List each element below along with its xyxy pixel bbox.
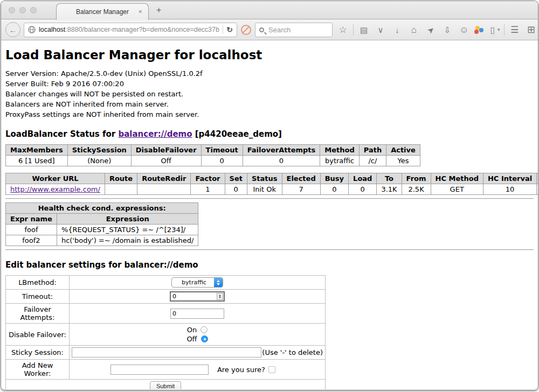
column-header: HC Interval [483,173,536,184]
device-menu[interactable]: ▯ ▾ [489,26,500,34]
home-icon[interactable]: ⌂ [407,25,420,34]
lbmethod-label: LBmethod: [6,276,70,290]
server-version-line: Server Version: Apache/2.5.0-dev (Unix) … [5,68,534,79]
tab-groups-icon[interactable]: ⊞ [525,25,538,34]
lbmethod-row: LBmethod: bytraffic [6,276,326,290]
table-cell: Yes [386,156,420,166]
downloads-icon[interactable]: ↓ [391,26,404,34]
failover-attempts-input[interactable] [170,309,224,319]
search-bar[interactable] [255,23,333,37]
column-header: StickySession [67,145,131,156]
column-header: MaxMembers [6,145,68,156]
content-blocked-icon[interactable] [241,25,251,35]
sticky-session-label: Sticky Session: [6,346,70,360]
divider [5,198,534,199]
table-cell: 0 [201,156,243,166]
table-cell [137,184,191,195]
worker-url-link[interactable]: http://www.example.com/ [10,185,100,193]
feedback-smiley-icon[interactable]: ☺ [458,25,471,34]
url-text: localhost:8880/balancer-manager?b=demo&n… [39,26,219,33]
divider [5,249,534,250]
globe-icon [28,26,36,33]
table-cell: GET [431,184,483,195]
server-built-line: Server Built: Feb 9 2016 07:00:20 [5,79,534,89]
toolbar-separator [504,24,505,36]
lbmethod-select[interactable]: bytraffic [171,277,223,288]
status-heading-prefix: LoadBalancer Status for [5,129,118,139]
table-cell: 0 [225,184,247,195]
table-cell: http://www.example.com/ [6,184,105,195]
close-tab-icon[interactable]: × [138,8,142,16]
table-cell: 10 [483,184,536,195]
failover-off-radio[interactable] [201,335,208,342]
url-divider [223,25,223,34]
navigation-toolbar: ← localhost:8880/balancer-manager?b=demo… [1,19,538,40]
health-check-table: Health check cond. expressions: Expr nam… [5,202,198,246]
submit-button[interactable]: Submit [150,381,181,389]
timeout-row: Timeout: [6,290,326,304]
window-controls [9,7,37,13]
add-worker-label: Add New Worker: [6,360,70,380]
disable-failover-row: Disable Failover: On Off [6,324,326,346]
table-cell: hc('body') =~ /domain is established/ [57,235,198,246]
search-icon [259,27,264,32]
account-dots-icon[interactable] [474,25,485,34]
pocket-icon[interactable]: ∨ [374,26,387,34]
column-header: Load [349,173,377,184]
column-header: DisableFailover [131,145,201,156]
failover-off-label: Off [186,335,197,343]
menu-hamburger-icon[interactable]: ☰ [508,25,521,34]
worker-status-table: Worker URLRouteRouteRedirFactorSetStatus… [5,173,538,195]
table-row: foof2hc('body') =~ /domain is establishe… [6,235,198,246]
column-header: Passes [537,173,538,184]
are-you-sure-label: Are you sure? [217,366,265,374]
tab-balancer-manager[interactable]: Balancer Manager × [56,3,149,20]
failover-attempts-label: Failover Attempts: [6,304,70,324]
table-cell: Off [131,156,201,166]
failover-on-label: On [187,326,197,334]
bookmark-star-icon[interactable]: ☆ [336,25,349,34]
table-cell [105,184,137,195]
minimize-window-button[interactable] [19,7,26,13]
column-header: Worker URL [6,173,105,184]
failover-on-radio[interactable] [201,326,208,333]
column-header: Status [247,173,282,184]
save-page-icon[interactable]: ⇩ [441,26,454,34]
table-cell: 2.5K [402,184,431,195]
number-stepper-icon[interactable] [217,293,223,300]
column-header: Active [386,145,420,156]
proxypass-notice-line: ProxyPass settings are NOT inherited fro… [5,109,534,120]
table-row: foof%{REQUEST_STATUS} =~ /^[234]/ [6,225,198,235]
tab-bar: Balancer Manager × + [1,1,538,19]
back-icon: ← [9,25,17,34]
reload-icon[interactable]: ↻ [226,25,233,34]
table-cell: %{REQUEST_STATUS} =~ /^[234]/ [57,225,198,235]
sticky-session-input[interactable] [72,347,261,358]
table-cell: 1 (0) [537,184,538,195]
loadbalancer-status-heading: LoadBalancer Status for balancer://demo … [5,129,534,139]
table-cell: 0 [243,156,320,166]
inherit-notice-line: Balancers are NOT inherited from main se… [5,99,534,109]
search-input[interactable] [267,25,316,34]
table-cell: 6 [1 Used] [6,156,68,166]
clipboard-icon[interactable]: ▤ [357,26,370,34]
send-tab-icon[interactable]: ➤ [423,23,438,37]
zoom-window-button[interactable] [30,7,37,13]
disable-failover-label: Disable Failover: [6,324,70,346]
back-button[interactable]: ← [5,22,20,37]
add-worker-input[interactable] [110,365,209,375]
column-header: From [402,173,431,184]
table-cell: foof [6,225,57,235]
toolbar-separator [353,24,354,36]
new-tab-button[interactable]: + [156,5,161,15]
balancer-demo-link[interactable]: balancer://demo [118,129,192,139]
edit-balancer-heading: Edit balancer settings for balancer://de… [5,260,534,270]
submit-row: Submit [6,380,326,390]
url-bar[interactable]: localhost:8880/balancer-manager?b=demo&n… [24,23,237,37]
are-you-sure-checkbox[interactable] [268,366,275,373]
timeout-label: Timeout: [6,290,70,304]
close-window-button[interactable] [9,7,15,13]
column-header: Path [359,145,386,156]
balancer-status-table: MaxMembersStickySessionDisableFailoverTi… [5,144,420,166]
table-row: http://www.example.com/10Init Ok7003.1K2… [6,184,538,195]
